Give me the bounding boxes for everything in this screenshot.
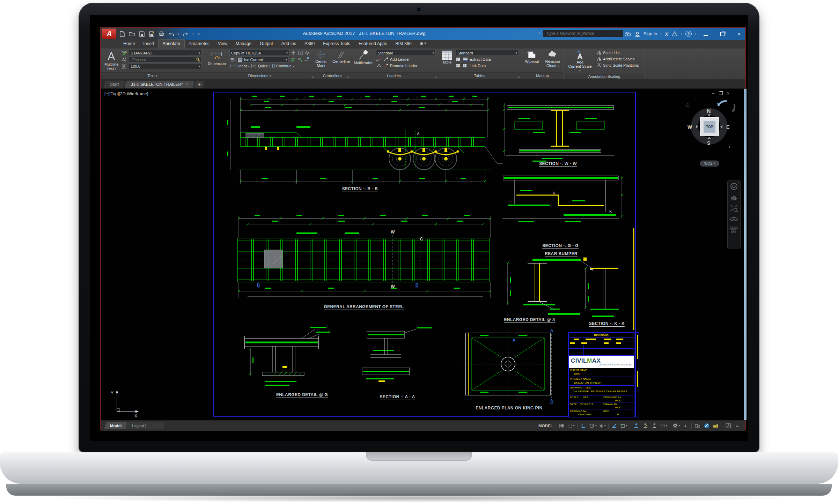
center-mark-button[interactable]: CenterMark bbox=[314, 50, 328, 68]
link-data-button[interactable]: Link Data bbox=[470, 64, 486, 68]
orbit-icon[interactable] bbox=[730, 215, 738, 223]
cube-up-arrow[interactable] bbox=[707, 114, 711, 117]
home-icon[interactable]: ⌂ bbox=[686, 101, 690, 108]
quick-dim-button[interactable]: Quick bbox=[258, 64, 268, 68]
layout1-tab[interactable]: Layout1 bbox=[126, 422, 152, 429]
revision-cloud-button[interactable]: RevisionCloud ▾ bbox=[544, 50, 561, 69]
annotation-scale-person-icon[interactable] bbox=[650, 422, 659, 429]
redo-dropdown-icon[interactable]: ▾ bbox=[192, 32, 194, 36]
cube-down-arrow[interactable] bbox=[707, 137, 711, 139]
navbar-close-icon[interactable]: × bbox=[737, 181, 739, 184]
compass-west[interactable]: W bbox=[688, 124, 692, 130]
wipeout-button[interactable]: Wipeout bbox=[523, 50, 540, 64]
linear-button[interactable]: Linear ▾ bbox=[236, 64, 250, 68]
restore-button[interactable] bbox=[719, 31, 726, 37]
leader-collect-icon[interactable] bbox=[376, 57, 382, 62]
canvas-scrollbar[interactable] bbox=[744, 89, 747, 420]
multiline-text-button[interactable]: A MultilineText ▾ bbox=[103, 50, 120, 72]
leader-style-select[interactable]: Standard▾ bbox=[376, 50, 436, 56]
ribbon-options-icon[interactable]: ▣ ▾ bbox=[416, 40, 430, 49]
dim-update-icon[interactable] bbox=[297, 57, 303, 62]
sync-scale-positions-button[interactable]: Sync Scale Positions bbox=[603, 63, 639, 67]
panel-title-leaders[interactable]: Leaders↘ bbox=[350, 72, 438, 79]
undo-dropdown-icon[interactable]: ▾ bbox=[178, 32, 179, 36]
new-drawing-tab-button[interactable]: + bbox=[194, 81, 205, 88]
close-button[interactable]: × bbox=[735, 31, 743, 37]
panel-title-text[interactable]: Text▾ bbox=[101, 72, 204, 79]
find-text-input[interactable] bbox=[131, 57, 196, 62]
dim-style-select[interactable]: Copy of TICK25A▾ bbox=[229, 50, 289, 56]
autocad-logo[interactable]: A bbox=[102, 29, 116, 39]
save-icon[interactable] bbox=[139, 31, 145, 37]
new-layout-button[interactable]: + bbox=[151, 422, 165, 429]
object-snap-tracking-icon[interactable] bbox=[610, 422, 619, 429]
help-icon[interactable]: ? bbox=[685, 31, 692, 37]
a360-icon[interactable] bbox=[671, 31, 678, 37]
snap-grid-icon[interactable] bbox=[557, 422, 566, 429]
sign-in-dropdown-icon[interactable]: ▾ bbox=[660, 32, 662, 36]
search-caret-icon[interactable]: ▸ bbox=[539, 31, 541, 35]
table-style-select[interactable]: Standard▾ bbox=[456, 50, 519, 56]
add-leader-button[interactable]: Add Leader bbox=[390, 57, 410, 61]
polar-tracking-icon[interactable]: ▾ bbox=[588, 422, 598, 429]
a360-dropdown-icon[interactable]: ▾ bbox=[681, 32, 682, 36]
panel-title-annotation-scaling[interactable]: Annotation Scaling bbox=[564, 74, 645, 79]
tab-view[interactable]: View bbox=[214, 40, 231, 49]
qat-customize-icon[interactable]: ≂ bbox=[197, 32, 200, 36]
compass-east[interactable]: E bbox=[726, 124, 729, 130]
tab-manage[interactable]: Manage bbox=[231, 40, 256, 49]
viewcube-top-face[interactable]: TOP bbox=[700, 117, 719, 136]
text-height-select[interactable]: 100.0▾ bbox=[129, 63, 202, 69]
panel-title-markup[interactable]: Markup bbox=[521, 72, 564, 79]
status-plus-icon[interactable]: + bbox=[681, 422, 690, 429]
save-as-icon[interactable] bbox=[148, 31, 155, 37]
dimension-button[interactable]: Dimension bbox=[206, 50, 227, 66]
centerline-button[interactable]: Centerline bbox=[331, 50, 351, 64]
undo-icon[interactable] bbox=[168, 31, 174, 37]
panel-title-tables[interactable]: Tables↘ bbox=[438, 72, 521, 79]
plot-icon[interactable] bbox=[158, 31, 164, 37]
performance-icon[interactable] bbox=[711, 422, 720, 429]
dim-layer-select[interactable]: Use Current▾ bbox=[236, 57, 289, 62]
hardware-acceleration-icon[interactable] bbox=[702, 422, 711, 429]
leader-align-icon[interactable] bbox=[376, 63, 382, 68]
table-cell-icon[interactable] bbox=[456, 57, 461, 62]
zoom-extents-icon[interactable] bbox=[730, 204, 738, 212]
sign-in-avatar-icon[interactable] bbox=[634, 31, 640, 37]
tab-annotate[interactable]: Annotate bbox=[159, 40, 184, 49]
search-input[interactable] bbox=[545, 31, 621, 36]
cube-left-arrow[interactable] bbox=[696, 125, 698, 128]
sign-in-label[interactable]: Sign In bbox=[644, 31, 657, 36]
doc-close-icon[interactable]: × bbox=[727, 91, 730, 96]
datalink-icon[interactable] bbox=[456, 63, 461, 68]
tab-insert[interactable]: Insert bbox=[139, 40, 158, 49]
redo-icon[interactable] bbox=[183, 31, 189, 37]
steering-wheel-icon[interactable] bbox=[730, 183, 738, 190]
centerlines-expander-icon[interactable]: ↘ bbox=[346, 75, 349, 79]
file-tab-start[interactable]: Start bbox=[104, 81, 125, 88]
dim-break-icon[interactable] bbox=[291, 50, 296, 56]
model-space-button[interactable]: MODEL bbox=[537, 422, 554, 429]
dimensions-expander-icon[interactable]: ↘ bbox=[311, 75, 314, 79]
minimize-button[interactable] bbox=[702, 31, 710, 37]
panel-title-centerlines[interactable]: Centerlines↘ bbox=[315, 72, 350, 79]
file-tab-close-icon[interactable]: × bbox=[186, 82, 188, 87]
scale-list-button[interactable]: Scale List bbox=[603, 51, 620, 55]
add-delete-scales-button[interactable]: Add/Delete Scales bbox=[603, 57, 635, 61]
continue-dim-button[interactable]: Continue ▾ bbox=[276, 64, 294, 68]
dim-reassociate-icon[interactable] bbox=[304, 57, 310, 62]
cube-right-arrow[interactable] bbox=[720, 125, 722, 128]
tab-output[interactable]: Output bbox=[256, 40, 277, 49]
remove-leader-button[interactable]: Remove Leader bbox=[390, 64, 417, 68]
doc-minimize-icon[interactable]: − bbox=[712, 91, 715, 96]
annotation-visibility-icon[interactable] bbox=[632, 422, 641, 429]
tables-expander-icon[interactable]: ↘ bbox=[517, 75, 520, 79]
new-file-icon[interactable] bbox=[119, 31, 125, 37]
annotation-scale-value[interactable]: 1:1▾ bbox=[659, 422, 668, 429]
show-motion-icon[interactable] bbox=[730, 227, 738, 234]
tab-featured-apps[interactable]: Featured Apps bbox=[354, 40, 391, 49]
add-current-scale-button[interactable]: AddCurrent Scale ▾ bbox=[566, 50, 594, 74]
table-button[interactable]: Table bbox=[440, 50, 454, 65]
help-search-box[interactable] bbox=[543, 30, 623, 37]
file-tab-drawing[interactable]: J1-1 SKELETON TRAILER*× bbox=[125, 81, 195, 88]
